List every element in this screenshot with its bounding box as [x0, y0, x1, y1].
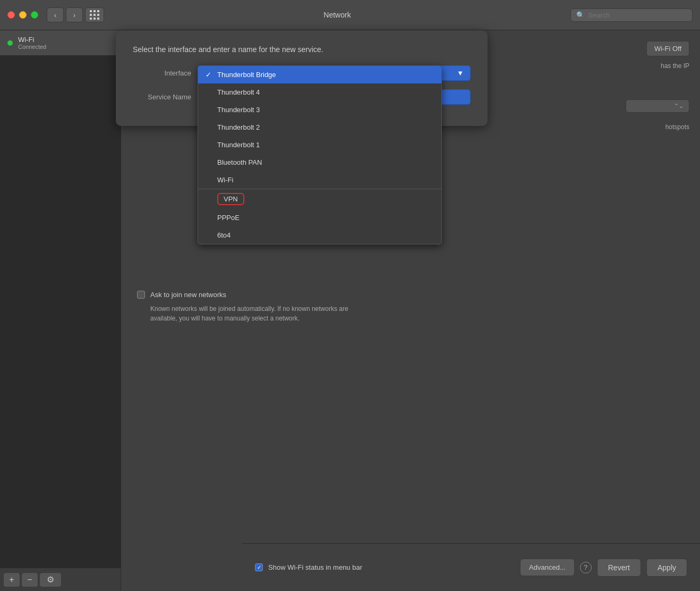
network-name: Wi-Fi [18, 36, 46, 44]
dropdown-item-label: PPPoE [217, 214, 240, 222]
gear-button[interactable]: ⚙ [39, 572, 62, 587]
sidebar-item-wifi[interactable]: Wi-Fi Connected [0, 30, 121, 55]
dropdown-item-label: VPN [217, 193, 244, 205]
help-button[interactable]: ? [580, 562, 592, 573]
window-controls [7, 11, 38, 19]
grid-icon [90, 10, 100, 20]
network-info: Wi-Fi Connected [18, 36, 46, 50]
minimize-button[interactable] [19, 11, 27, 19]
grid-view-button[interactable] [85, 7, 104, 22]
nav-buttons: ‹ › [47, 7, 83, 22]
new-service-dialog: Select the interface and enter a name fo… [116, 30, 488, 126]
ask-join-label: Ask to join new networks [150, 291, 226, 299]
dropdown-item-vpn[interactable]: ✓ VPN [198, 189, 441, 209]
titlebar: ‹ › Network 🔍 [0, 0, 700, 30]
interface-row: Interface Thunderbolt Bridge ▼ ✓ Thunder… [133, 65, 471, 81]
service-name-label: Service Name [133, 93, 191, 101]
dropdown-item-pppoe[interactable]: ✓ PPPoE [198, 209, 441, 226]
dropdown-item-thunderbolt2[interactable]: ✓ Thunderbolt 2 [198, 119, 441, 136]
dropdown-item-6to4[interactable]: ✓ 6to4 [198, 226, 441, 244]
interface-dropdown-popup: ✓ Thunderbolt Bridge ✓ Thunderbolt 4 ✓ T… [198, 65, 442, 244]
ask-join-description: Known networks will be joined automatica… [150, 304, 352, 323]
dropdown-item-thunderbolt3[interactable]: ✓ Thunderbolt 3 [198, 101, 441, 119]
dropdown-item-bluetooth-pan[interactable]: ✓ Bluetooth PAN [198, 154, 441, 171]
window-title: Network [104, 11, 570, 19]
advanced-button[interactable]: Advanced... [520, 559, 575, 576]
maximize-button[interactable] [31, 11, 38, 19]
dialog-title: Select the interface and enter a name fo… [133, 45, 471, 54]
add-network-button[interactable]: + [3, 572, 20, 587]
interface-dropdown-container: Thunderbolt Bridge ▼ ✓ Thunderbolt Bridg… [198, 65, 471, 81]
bottom-right-buttons: Advanced... ? Revert Apply [520, 559, 687, 577]
forward-button[interactable]: › [66, 7, 83, 22]
ask-join-checkbox[interactable] [137, 291, 145, 299]
network-status: Connected [18, 44, 46, 50]
apply-button[interactable]: Apply [646, 559, 687, 577]
dropdown-item-label: Thunderbolt Bridge [217, 71, 276, 79]
show-wifi-checkbox[interactable]: ✓ [255, 563, 263, 571]
dropdown-item-label: Thunderbolt 1 [217, 141, 260, 149]
search-icon: 🔍 [576, 11, 585, 19]
show-wifi-label: Show Wi-Fi status in menu bar [268, 563, 362, 571]
check-icon: ✓ [206, 71, 213, 79]
dropdown-arrow-icon: ▼ [457, 69, 464, 77]
bottom-toolbar: ✓ Show Wi-Fi status in menu bar Advanced… [242, 543, 700, 591]
dropdown-item-label: Thunderbolt 4 [217, 88, 260, 96]
dropdown-item-label: Thunderbolt 3 [217, 106, 260, 114]
dropdown-item-label: Bluetooth PAN [217, 158, 262, 166]
dropdown-item-label: Thunderbolt 2 [217, 123, 260, 131]
dropdown-item-label: 6to4 [217, 231, 231, 239]
content-area: Select the interface and enter a name fo… [121, 30, 700, 591]
new-service-dialog-overlay: Select the interface and enter a name fo… [121, 30, 700, 126]
sidebar-empty [0, 55, 121, 568]
main-area: Wi-Fi Connected + − ⚙ Select the interfa… [0, 30, 700, 591]
sidebar-controls: + − ⚙ [0, 568, 121, 591]
dropdown-item-thunderbolt-bridge[interactable]: ✓ Thunderbolt Bridge [198, 66, 441, 83]
back-button[interactable]: ‹ [47, 7, 64, 22]
sidebar: Wi-Fi Connected + − ⚙ [0, 30, 121, 591]
remove-network-button[interactable]: − [21, 572, 38, 587]
show-wifi-row: ✓ Show Wi-Fi status in menu bar [255, 563, 362, 571]
dropdown-item-thunderbolt1[interactable]: ✓ Thunderbolt 1 [198, 136, 441, 154]
ask-join-row: Ask to join new networks [137, 291, 689, 299]
status-dot-connected [7, 40, 13, 46]
ask-join-section: Ask to join new networks Known networks … [137, 291, 689, 323]
interface-label: Interface [133, 69, 191, 77]
close-button[interactable] [7, 11, 15, 19]
revert-button[interactable]: Revert [597, 559, 641, 577]
dropdown-item-wifi[interactable]: ✓ Wi-Fi [198, 171, 441, 189]
dropdown-item-label: Wi-Fi [217, 176, 233, 184]
search-input[interactable] [588, 11, 687, 19]
search-box[interactable]: 🔍 [570, 9, 693, 22]
dropdown-item-thunderbolt4[interactable]: ✓ Thunderbolt 4 [198, 83, 441, 101]
